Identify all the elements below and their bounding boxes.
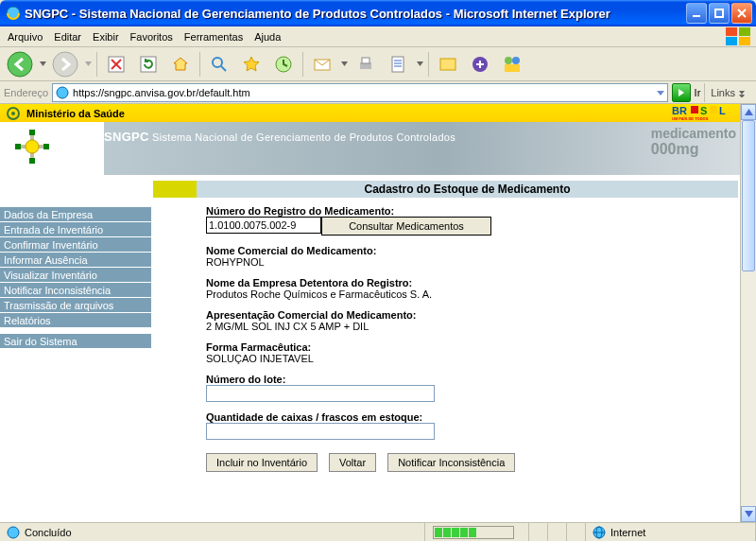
svg-rect-2: [715, 9, 723, 17]
address-label: Endereço: [4, 87, 48, 98]
print-button[interactable]: [351, 49, 381, 79]
back-button[interactable]: [4, 48, 36, 80]
status-text: Concluído: [25, 527, 72, 538]
research-button[interactable]: [465, 49, 495, 79]
svg-rect-5: [726, 27, 737, 36]
sidebar-item-relatorios[interactable]: Relatórios: [0, 313, 151, 328]
svg-point-30: [57, 87, 68, 98]
internet-zone-icon: [592, 525, 607, 540]
menu-ajuda[interactable]: Ajuda: [254, 31, 281, 43]
back-dropdown[interactable]: [38, 61, 47, 66]
go-button[interactable]: [672, 83, 691, 102]
sidebar-item-visualizar-inventario[interactable]: Visualizar Inventário: [0, 268, 151, 283]
nome-comercial-value: ROHYPNOL: [206, 256, 265, 268]
quantidade-label: Quantidade de caixas / frascos em estoqu…: [206, 411, 738, 423]
mail-dropdown[interactable]: [339, 61, 349, 66]
lote-input[interactable]: [206, 385, 435, 402]
svg-rect-29: [505, 64, 520, 72]
toolbar: [0, 47, 756, 81]
svg-rect-45: [43, 144, 49, 149]
messenger-button[interactable]: [497, 49, 527, 79]
done-icon: [6, 525, 21, 540]
vertical-scrollbar[interactable]: [740, 104, 756, 522]
svg-rect-20: [362, 58, 369, 63]
svg-line-16: [221, 66, 226, 71]
ie-icon: [6, 6, 21, 21]
menu-exibir[interactable]: Exibir: [93, 31, 119, 43]
url-box[interactable]: [52, 83, 667, 102]
sidebar-item-sair[interactable]: Sair do Sistema: [0, 334, 151, 349]
forward-dropdown[interactable]: [83, 61, 93, 66]
search-button[interactable]: [204, 49, 234, 79]
apresentacao-value: 2 MG/ML SOL INJ CX 5 AMP + DIL: [206, 321, 369, 332]
svg-text:BR: BR: [672, 105, 687, 116]
voltar-button[interactable]: Voltar: [329, 453, 376, 472]
forma-value: SOLUÇAO INJETAVEL: [206, 353, 314, 364]
quantidade-input[interactable]: [206, 423, 435, 440]
address-bar: Endereço Ir Links: [0, 81, 756, 104]
sidebar-item-informar-ausencia[interactable]: Informar Ausência: [0, 253, 151, 268]
svg-point-9: [8, 52, 32, 77]
window-title: SNGPC - Sistema Nacional de Gerenciament…: [25, 7, 686, 21]
zone-text: Internet: [610, 527, 645, 538]
lote-label: Número do lote:: [206, 374, 738, 385]
menu-favoritos[interactable]: Favoritos: [130, 31, 173, 43]
scroll-up-button[interactable]: [741, 104, 756, 120]
home-button[interactable]: [165, 49, 196, 79]
page-title: Cadastro do Estoque de Medicamento: [197, 181, 738, 198]
brasil-logo-icon: BRSLUM PAÍS DE TODOS: [672, 104, 738, 121]
sidebar-item-confirmar-inventario[interactable]: Confirmar Inventário: [0, 237, 151, 253]
sidebar-item-transmissao-arquivos[interactable]: Trasmissão de arquivos: [0, 298, 151, 313]
links-toolbar[interactable]: Links: [704, 83, 752, 102]
svg-rect-43: [29, 158, 35, 164]
sidebar-item-entrada-inventario[interactable]: Entrada de Inventário: [0, 222, 151, 237]
scroll-track[interactable]: [741, 120, 756, 506]
svg-text:UM PAÍS DE TODOS: UM PAÍS DE TODOS: [672, 116, 709, 121]
mail-button[interactable]: [307, 49, 337, 79]
incluir-button[interactable]: Incluir no Inventário: [206, 453, 318, 472]
svg-rect-44: [15, 144, 21, 149]
registro-label: Número do Registro do Medicamento:: [206, 205, 738, 217]
main-panel: Cadastro do Estoque de Medicamento Númer…: [151, 175, 740, 472]
discuss-button[interactable]: [433, 49, 463, 79]
svg-point-15: [213, 58, 222, 67]
favorites-button[interactable]: [236, 49, 266, 79]
menubar: Arquivo Editar Exibir Favoritos Ferramen…: [0, 26, 756, 47]
forward-button[interactable]: [49, 48, 81, 80]
page-content: Ministério da Saúde BRSLUM PAÍS DE TODOS…: [0, 104, 740, 522]
svg-text:S: S: [700, 105, 707, 116]
registro-input[interactable]: [206, 217, 321, 234]
refresh-button[interactable]: [133, 49, 163, 79]
stop-button[interactable]: [101, 49, 131, 79]
svg-point-28: [512, 57, 520, 64]
gear-icon: [6, 106, 21, 121]
url-input[interactable]: [73, 87, 650, 98]
go-label: Ir: [695, 87, 701, 98]
scroll-thumb[interactable]: [742, 120, 755, 271]
notificar-button[interactable]: Notificar Inconsistência: [387, 453, 515, 472]
ministry-text: Ministério da Saúde: [26, 108, 125, 119]
page-icon: [55, 85, 70, 100]
ministry-bar: Ministério da Saúde BRSLUM PAÍS DE TODOS: [0, 104, 740, 122]
edit-dropdown[interactable]: [415, 61, 424, 66]
menu-ferramentas[interactable]: Ferramentas: [184, 31, 243, 43]
history-button[interactable]: [268, 49, 299, 79]
url-dropdown-icon[interactable]: [654, 86, 667, 99]
nome-comercial-label: Nome Comercial do Medicamento:: [206, 245, 738, 256]
scroll-down-button[interactable]: [741, 506, 756, 522]
sidebar-item-dados-empresa[interactable]: Dados da Empresa: [0, 207, 151, 222]
window-titlebar: SNGPC - Sistema Nacional de Gerenciament…: [0, 0, 756, 26]
svg-rect-7: [726, 37, 737, 45]
sidebar-item-notificar-inconsistencia[interactable]: Notificar Inconsistência: [0, 283, 151, 298]
banner-title: SNGPC Sistema Nacional de Gerenciamento …: [104, 130, 455, 144]
windows-flag-icon: [726, 27, 752, 46]
status-bar: Concluído Internet: [0, 522, 756, 541]
maximize-button[interactable]: [709, 3, 730, 24]
menu-editar[interactable]: Editar: [54, 31, 81, 43]
menu-arquivo[interactable]: Arquivo: [8, 31, 43, 43]
consultar-button[interactable]: Consultar Medicamentos: [321, 217, 491, 236]
minimize-button[interactable]: [686, 3, 707, 24]
logo-art: [0, 122, 104, 175]
edit-button[interactable]: [383, 49, 413, 79]
close-button[interactable]: [731, 3, 752, 24]
